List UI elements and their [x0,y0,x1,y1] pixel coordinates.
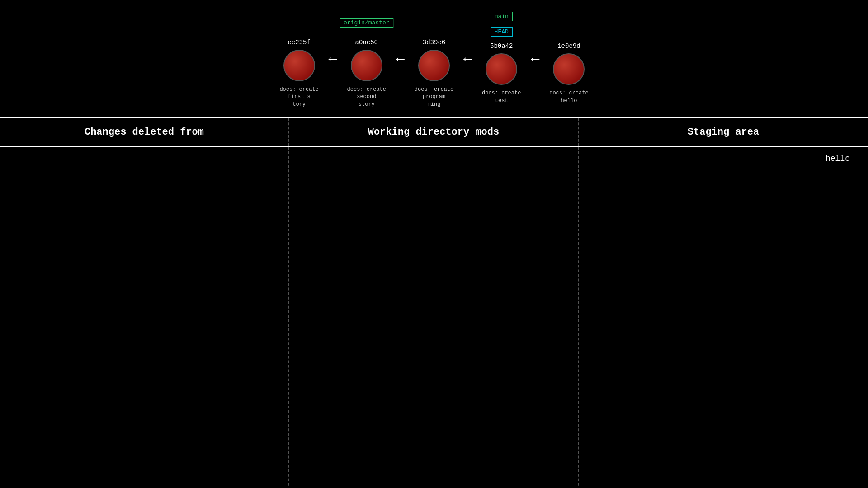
col3-body: hello [579,147,868,488]
commit-circle-ee235f [283,50,315,81]
commit-id-a0ae50: a0ae50 [355,39,378,46]
commit-3d39e6: 3d39e6 docs: create programming [407,39,461,108]
commit-circle-5b0a42 [486,53,517,85]
commit-message-ee235f: docs: create first story [272,86,326,108]
commit-circle-a0ae50 [351,50,382,81]
col1-header: Changes deleted from [0,118,289,146]
col2-header: Working directory mods [289,118,579,146]
commit-message-a0ae50: docs: create secondstory [340,86,394,108]
col1-body [0,147,289,488]
commit-circle-1e0e9d [553,53,585,85]
commit-id-1e0e9d: 1e0e9d [557,42,580,50]
arrow-3: ← [463,44,472,75]
commit-id-ee235f: ee235f [288,39,310,46]
table-body: hello [0,147,868,488]
arrow-1: ← [329,44,337,75]
tag-main: main [491,12,513,21]
tag-head: HEAD [491,27,513,37]
commit-5b0a42: main HEAD 5b0a42 docs: create test [474,42,528,105]
commit-message-1e0e9d: docs: create hello [542,89,596,105]
commit-circle-3d39e6 [418,50,450,81]
staging-item-hello: hello [588,154,859,163]
arrow-2: ← [396,44,405,75]
git-graph-section: ee235f docs: create first story ← origin… [0,0,868,117]
commits-container: ee235f docs: create first story ← origin… [272,39,596,108]
arrow-4: ← [531,44,539,75]
tag-origin-master: origin/master [340,18,393,28]
col3-header: Staging area [579,118,868,146]
commit-a0ae50: origin/master a0ae50 docs: create second… [340,39,394,108]
commit-message-5b0a42: docs: create test [474,89,528,105]
commit-ee235f: ee235f docs: create first story [272,39,326,108]
table-header: Changes deleted from Working directory m… [0,118,868,147]
diff-table: Changes deleted from Working directory m… [0,117,868,488]
col2-body [289,147,579,488]
commit-message-3d39e6: docs: create programming [407,86,461,108]
commit-id-3d39e6: 3d39e6 [423,39,445,46]
commit-1e0e9d: 1e0e9d docs: create hello [542,42,596,105]
commit-id-5b0a42: 5b0a42 [490,42,513,50]
